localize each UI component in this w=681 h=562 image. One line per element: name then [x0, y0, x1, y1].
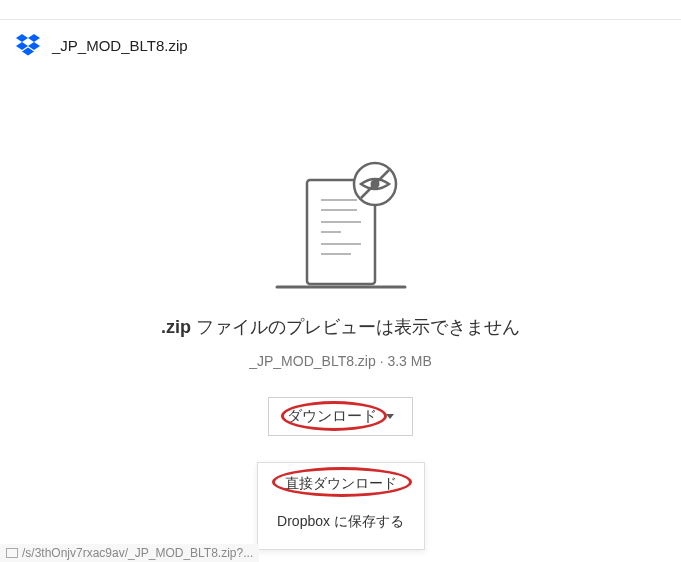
meta-filename: _JP_MOD_BLT8.zip [249, 353, 376, 369]
svg-marker-1 [28, 34, 40, 42]
file-metadata: _JP_MOD_BLT8.zip · 3.3 MB [249, 353, 432, 369]
file-extension: .zip [161, 317, 191, 337]
dropbox-logo-icon[interactable] [16, 34, 40, 56]
direct-download-item[interactable]: 直接ダウンロード [258, 463, 424, 501]
meta-separator: · [376, 353, 388, 369]
save-to-dropbox-item[interactable]: Dropbox に保存する [258, 501, 424, 539]
status-url: /s/3thOnjv7rxac9av/_JP_MOD_BLT8.zip?... [22, 546, 253, 560]
window-icon [6, 548, 18, 558]
preview-area: .zip ファイルのプレビューは表示できません _JP_MOD_BLT8.zip… [0, 156, 681, 550]
no-preview-illustration [271, 156, 411, 291]
download-button[interactable]: ダウンロード [268, 397, 413, 436]
browser-top-edge [0, 0, 681, 20]
download-dropdown-menu: 直接ダウンロード Dropbox に保存する [257, 462, 425, 550]
save-to-dropbox-label: Dropbox に保存する [277, 513, 404, 529]
download-button-label: ダウンロード [287, 407, 377, 426]
browser-status-bar: /s/3thOnjv7rxac9av/_JP_MOD_BLT8.zip?... [0, 544, 259, 562]
svg-marker-0 [16, 34, 28, 42]
header-filename: _JP_MOD_BLT8.zip [52, 37, 188, 54]
download-button-container: ダウンロード [268, 397, 413, 436]
preview-unavailable-message: .zip ファイルのプレビューは表示できません [161, 315, 520, 339]
meta-filesize: 3.3 MB [387, 353, 431, 369]
caret-down-icon [386, 414, 394, 419]
direct-download-label: 直接ダウンロード [285, 475, 397, 491]
page-header: _JP_MOD_BLT8.zip [0, 20, 681, 66]
preview-message-text: ファイルのプレビューは表示できません [191, 317, 520, 337]
